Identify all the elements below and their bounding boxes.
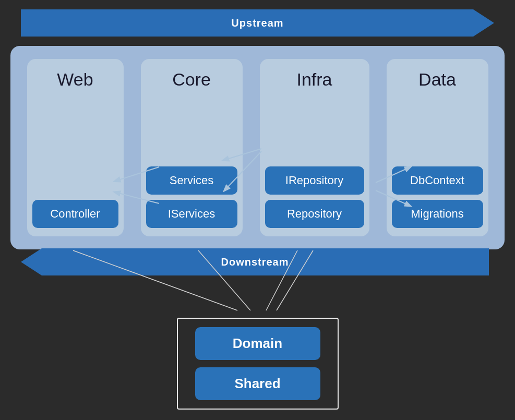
- downstream-arrow: Downstream: [21, 248, 489, 275]
- layer-data: Data DbContext Migrations: [387, 59, 488, 236]
- migrations-module: Migrations: [392, 200, 483, 228]
- infra-title: Infra: [296, 67, 332, 90]
- core-title: Core: [172, 67, 211, 90]
- iservices-module: IServices: [146, 200, 237, 228]
- architecture-container: Web Controller Core Services IServices I…: [10, 46, 505, 249]
- shared-container: Domain Shared: [177, 318, 339, 410]
- downstream-label: Downstream: [21, 248, 489, 275]
- upstream-label: Upstream: [231, 17, 283, 29]
- layer-core: Core Services IServices: [141, 59, 243, 236]
- data-title: Data: [418, 67, 456, 90]
- controller-module: Controller: [32, 200, 118, 228]
- layer-infra: Infra IRepository Repository: [260, 59, 369, 236]
- upstream-arrow: Upstream: [21, 9, 494, 37]
- domain-module: Domain: [195, 327, 320, 360]
- layer-web: Web Controller: [27, 59, 124, 236]
- repository-module: Repository: [265, 200, 364, 228]
- irepository-module: IRepository: [265, 166, 364, 195]
- dbcontext-module: DbContext: [392, 166, 483, 195]
- services-module: Services: [146, 166, 237, 195]
- web-title: Web: [57, 67, 93, 90]
- shared-module: Shared: [195, 367, 320, 400]
